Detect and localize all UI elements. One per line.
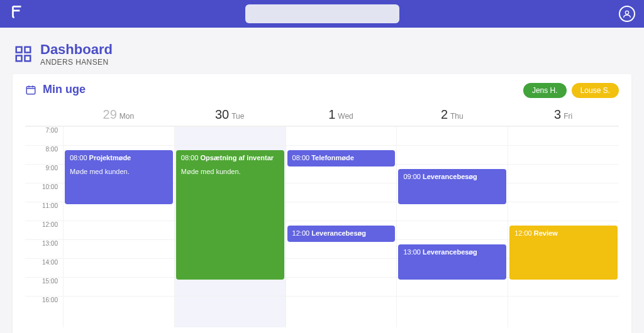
calendar-event[interactable]: 09:00 Leverancebesøg xyxy=(398,169,506,204)
event-title: Review xyxy=(534,229,558,237)
day-name: Fri xyxy=(564,112,572,121)
day-header: 1Wed xyxy=(286,104,397,126)
svg-rect-4 xyxy=(16,56,22,62)
event-time: 12:00 xyxy=(514,229,532,237)
event-title: Leverancebesøg xyxy=(423,248,477,256)
page-subtitle: ANDERS HANSEN xyxy=(40,58,113,67)
day-column: 08:00 ProjektmødeMøde med kunden. xyxy=(63,126,174,327)
svg-rect-2 xyxy=(16,47,22,53)
event-time: 09:00 xyxy=(403,173,421,180)
panel-head: Min uge Jens H.Louse S. xyxy=(25,83,619,96)
day-name: Thu xyxy=(450,112,464,121)
svg-rect-3 xyxy=(25,47,31,53)
page-header: Dashboard ANDERS HANSEN xyxy=(0,28,644,74)
svg-point-1 xyxy=(625,11,628,14)
calendar-event[interactable]: 08:00 Telefonmøde xyxy=(287,150,396,166)
calendar-event[interactable]: 08:00 ProjektmødeMøde med kunden. xyxy=(65,150,173,204)
hour-label: 12:00 xyxy=(25,221,63,239)
day-column: 08:00 Opsætning af inventarMøde med kund… xyxy=(174,126,286,327)
day-number: 30 xyxy=(215,107,229,121)
calendar-event[interactable]: 13:00 Leverancebesøg xyxy=(398,244,506,280)
hour-label: 11:00 xyxy=(25,202,63,221)
event-desc: Møde med kunden. xyxy=(181,168,279,175)
event-time: 13:00 xyxy=(403,248,421,256)
day-column: 08:00 Telefonmøde12:00 Leverancebesøg xyxy=(286,126,397,327)
day-name: Tue xyxy=(231,112,244,121)
calendar-event[interactable]: 12:00 Leverancebesøg xyxy=(287,226,396,242)
dashboard-icon xyxy=(14,45,33,63)
page-title: Dashboard xyxy=(40,41,113,58)
user-avatar[interactable] xyxy=(619,6,635,22)
hour-label: 8:00 xyxy=(25,145,63,164)
day-number: 3 xyxy=(554,107,561,121)
day-name: Mon xyxy=(119,112,134,121)
day-header: 30Tue xyxy=(174,104,286,126)
search-wrap xyxy=(25,4,619,23)
calendar: 29Mon30Tue1Wed2Thu3Fri 7:008:009:0010:00… xyxy=(25,104,619,327)
event-time: 08:00 xyxy=(292,154,310,161)
event-title: Leverancebesøg xyxy=(423,173,477,180)
day-column: 12:00 Review xyxy=(508,126,619,327)
day-number: 29 xyxy=(103,107,117,121)
day-column: 09:00 Leverancebesøg13:00 Leverancebesøg xyxy=(396,126,508,327)
day-header: 2Thu xyxy=(396,104,508,126)
day-name: Wed xyxy=(338,112,353,121)
event-title: Telefonmøde xyxy=(311,154,354,161)
day-header: 3Fri xyxy=(508,104,619,126)
event-title: Opsætning af inventar xyxy=(200,154,274,161)
calendar-event[interactable]: 08:00 Opsætning af inventarMøde med kund… xyxy=(176,150,284,280)
app-logo xyxy=(9,4,25,24)
hour-label: 10:00 xyxy=(25,183,63,202)
svg-rect-6 xyxy=(26,86,35,94)
event-title: Projektmøde xyxy=(89,154,131,161)
event-desc: Møde med kunden. xyxy=(70,168,168,175)
event-time: 12:00 xyxy=(292,229,310,237)
event-time: 08:00 xyxy=(70,154,87,161)
hour-label: 16:00 xyxy=(25,296,63,315)
calendar-icon xyxy=(25,84,36,96)
top-bar xyxy=(0,0,644,28)
event-title: Leverancebesøg xyxy=(311,229,366,237)
hour-label: 14:00 xyxy=(25,258,63,277)
day-number: 2 xyxy=(441,107,448,121)
hour-label: 9:00 xyxy=(25,164,63,183)
hour-label: 7:00 xyxy=(25,126,63,145)
panel-title: Min uge xyxy=(43,83,86,96)
search-input[interactable] xyxy=(245,4,399,23)
hour-label: 13:00 xyxy=(25,239,63,258)
day-number: 1 xyxy=(328,107,335,121)
day-header: 29Mon xyxy=(63,104,174,126)
event-time: 08:00 xyxy=(181,154,199,161)
person-chip[interactable]: Louse S. xyxy=(572,83,619,98)
svg-rect-5 xyxy=(25,56,31,62)
hour-label: 15:00 xyxy=(25,277,63,296)
calendar-panel: Min uge Jens H.Louse S. 29Mon30Tue1Wed2T… xyxy=(13,74,631,333)
calendar-event[interactable]: 12:00 Review xyxy=(509,226,618,280)
person-chip[interactable]: Jens H. xyxy=(523,83,567,98)
